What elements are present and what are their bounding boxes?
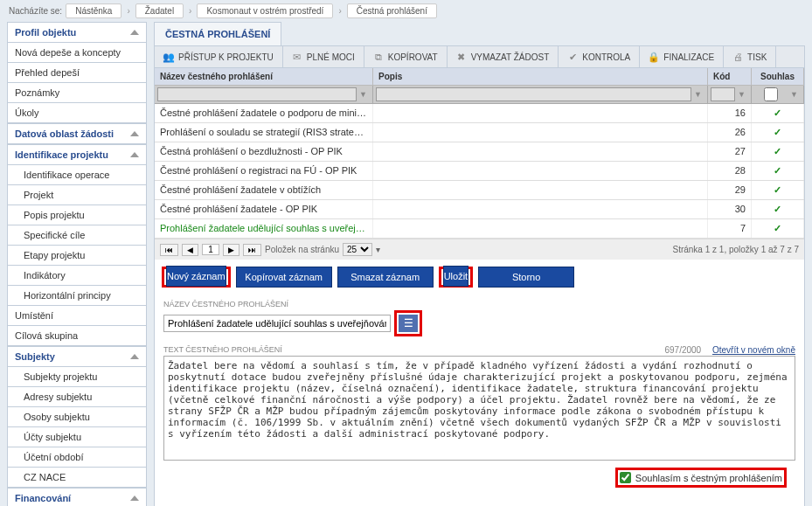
sidebar-item-nova-depese[interactable]: Nová depeše a koncepty: [7, 43, 147, 63]
toolbar-plne-moci[interactable]: ✉PLNÉ MOCI: [283, 46, 364, 67]
agree-checkbox[interactable]: [620, 472, 631, 483]
table-row[interactable]: Čestné prohlášení žadatele o podporu de …: [155, 104, 804, 123]
sidebar-section-subjekty[interactable]: Subjekty: [7, 346, 147, 367]
cell-nazev: Prohlášení o souladu se strategií (RIS3 …: [155, 123, 373, 142]
cell-popis: [373, 162, 708, 180]
sidebar-item-ucetni-obdobi[interactable]: Účetní období: [7, 447, 147, 468]
sidebar-section-datova[interactable]: Datová oblast žádosti: [7, 123, 147, 144]
cell-souhlas: ✓: [752, 123, 804, 142]
sidebar-item-identifikace-operace[interactable]: Identifikace operace: [7, 165, 147, 185]
name-field[interactable]: [163, 315, 391, 332]
funnel-icon[interactable]: ▼: [357, 90, 370, 99]
toolbar-pristup[interactable]: 👥PŘÍSTUP K PROJEKTU: [155, 46, 283, 67]
cell-kod: 16: [708, 104, 752, 122]
column-kod[interactable]: Kód: [708, 68, 752, 85]
cell-nazev: Čestná prohlášení o bezdlužnosti - OP PI…: [155, 142, 373, 161]
declaration-text-area[interactable]: [163, 356, 795, 461]
breadcrumb-item[interactable]: Kosmonaut v ostrém prostředí: [197, 3, 333, 18]
sidebar-item-cz-nace[interactable]: CZ NACE: [7, 468, 147, 488]
toolbar-finalizace[interactable]: 🔒FINALIZACE: [640, 46, 724, 67]
cell-souhlas: ✓: [752, 104, 804, 122]
chevron-up-icon: [130, 354, 139, 359]
picker-button[interactable]: ☰: [399, 315, 418, 332]
sidebar-item-adresy[interactable]: Adresy subjektu: [7, 387, 147, 407]
toolbar-kontrola[interactable]: ✔KONTROLA: [559, 46, 640, 67]
table-row[interactable]: Čestné prohlášení žadatele v obtížích29✓: [155, 181, 804, 200]
cell-nazev: Čestné prohlášení žadatele - OP PIK: [155, 200, 373, 218]
sidebar-item-ucty[interactable]: Účty subjektu: [7, 427, 147, 447]
sidebar-item-ukoly[interactable]: Úkoly: [7, 103, 147, 123]
sidebar: Profil objektu Nová depeše a koncepty Př…: [7, 22, 147, 506]
new-record-button[interactable]: Nový záznam: [166, 266, 226, 287]
cell-kod: 29: [708, 181, 752, 199]
char-counter: 697/2000: [664, 345, 701, 355]
pager-per-page-select[interactable]: 25: [343, 243, 372, 256]
pager-page-input[interactable]: [202, 244, 219, 255]
lock-icon: 🔒: [649, 52, 659, 62]
toolbar: 👥PŘÍSTUP K PROJEKTU ✉PLNÉ MOCI ⧉KOPÍROVA…: [155, 46, 804, 68]
cell-souhlas: ✓: [752, 142, 804, 161]
sidebar-item-subjekty-projektu[interactable]: Subjekty projektu: [7, 367, 147, 387]
cell-souhlas: ✓: [752, 219, 804, 238]
tab-cestna-prohlaseni[interactable]: ČESTNÁ PROHLÁŠENÍ: [154, 22, 281, 45]
sidebar-item-etapy[interactable]: Etapy projektu: [7, 246, 147, 266]
agree-label: Souhlasím s čestným prohlášením: [635, 473, 782, 483]
cell-kod: 27: [708, 142, 752, 161]
pager-next[interactable]: ▶: [223, 244, 239, 256]
sidebar-item-osoby[interactable]: Osoby subjektu: [7, 407, 147, 427]
filter-popis-input[interactable]: [376, 87, 691, 101]
sidebar-item-horizontalni[interactable]: Horizontální principy: [7, 286, 147, 306]
cell-popis: [373, 200, 708, 218]
pager-prev[interactable]: ◀: [182, 244, 198, 256]
delete-icon: ✖: [456, 52, 467, 62]
table-row[interactable]: Čestné prohlášení o registraci na FÚ - O…: [155, 162, 804, 181]
sidebar-section-identifikace[interactable]: Identifikace projektu: [7, 144, 147, 165]
breadcrumb-item[interactable]: Čestná prohlášení: [347, 3, 437, 18]
table-row[interactable]: Prohlášení o souladu se strategií (RIS3 …: [155, 123, 804, 142]
sidebar-item-umisteni[interactable]: Umístění: [7, 306, 147, 326]
text-field-label: TEXT ČESTNÉHO PROHLÁŠENÍ: [163, 345, 282, 354]
sidebar-section-profil[interactable]: Profil objektu: [7, 22, 147, 43]
sidebar-item-poznamky[interactable]: Poznámky: [7, 83, 147, 103]
table-row[interactable]: Čestná prohlášení o bezdlužnosti - OP PI…: [155, 142, 804, 162]
cell-popis: [373, 181, 708, 199]
funnel-icon[interactable]: ▼: [691, 90, 704, 99]
copy-icon: ⧉: [373, 52, 384, 62]
breadcrumb-item[interactable]: Žadatel: [135, 3, 184, 18]
copy-record-button[interactable]: Kopírovat záznam: [236, 267, 332, 288]
chevron-down-icon: ▾: [376, 245, 380, 254]
cell-popis: [373, 142, 708, 161]
delete-record-button[interactable]: Smazat záznam: [337, 267, 434, 288]
column-popis[interactable]: Popis: [373, 68, 708, 85]
cell-nazev: Čestné prohlášení žadatele v obtížích: [155, 181, 373, 199]
cell-kod: 28: [708, 162, 752, 180]
column-nazev[interactable]: Název čestného prohlášení: [155, 68, 373, 85]
breadcrumb-item[interactable]: Nástěnka: [66, 3, 121, 18]
column-souhlas[interactable]: Souhlas: [752, 68, 804, 85]
sidebar-item-projekt[interactable]: Projekt: [7, 185, 147, 205]
toolbar-kopirovat[interactable]: ⧉KOPÍROVAT: [364, 46, 448, 67]
funnel-icon[interactable]: ▼: [735, 90, 748, 99]
filter-kod-input[interactable]: [711, 87, 735, 101]
cell-kod: 30: [708, 200, 752, 218]
pager-last[interactable]: ⏭: [243, 244, 261, 256]
pager-first[interactable]: ⏮: [160, 244, 178, 256]
save-button[interactable]: Uložit: [443, 266, 469, 287]
toolbar-tisk[interactable]: 🖨TISK: [724, 46, 776, 67]
filter-nazev-input[interactable]: [157, 87, 357, 101]
sidebar-item-indikatory[interactable]: Indikátory: [7, 266, 147, 286]
users-icon: 👥: [163, 52, 174, 62]
funnel-icon[interactable]: ▼: [788, 90, 801, 99]
filter-souhlas-checkbox[interactable]: [754, 87, 788, 101]
sidebar-item-popis-projektu[interactable]: Popis projektu: [7, 205, 147, 225]
toolbar-vymazat[interactable]: ✖VYMAZAT ŽÁDOST: [448, 46, 559, 67]
sidebar-item-cilova-skupina[interactable]: Cílová skupina: [7, 326, 147, 346]
sidebar-section-financovani[interactable]: Financování: [7, 488, 147, 506]
table-row[interactable]: Čestné prohlášení žadatele - OP PIK30✓: [155, 200, 804, 219]
pager-per-page-label: Položek na stránku: [265, 245, 339, 254]
open-new-window-link[interactable]: Otevřít v novém okně: [712, 345, 795, 355]
cancel-button[interactable]: Storno: [478, 267, 574, 288]
sidebar-item-specificke-cile[interactable]: Specifické cíle: [7, 225, 147, 246]
table-row[interactable]: Prohlášení žadatele udělující souhlas s …: [155, 219, 804, 239]
sidebar-item-prehled-depesi[interactable]: Přehled depeší: [7, 63, 147, 83]
